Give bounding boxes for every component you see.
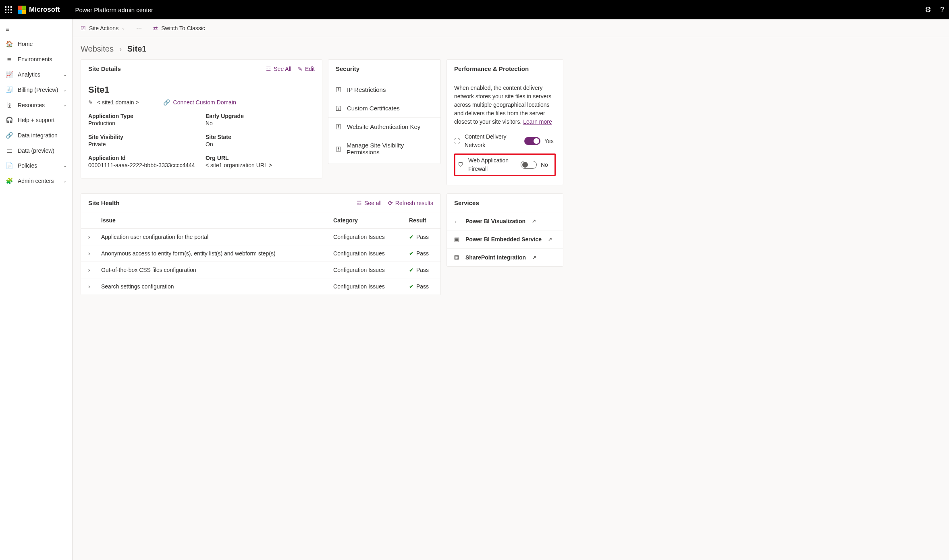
breadcrumb-root[interactable]: Websites [81, 44, 114, 53]
see-all-link[interactable]: ☲See All [266, 66, 291, 72]
nav-item-help-support[interactable]: 🎧Help + support [0, 112, 72, 128]
nav-item-policies[interactable]: 📄Policies⌄ [0, 158, 72, 173]
site-name: Site1 [88, 85, 315, 95]
issue-cell: Application user configuration for the p… [97, 229, 329, 245]
nav-label: Analytics [18, 71, 40, 78]
result-cell: ✔Pass [405, 229, 440, 245]
service-item[interactable]: ▣Power BI Embedded Service↗ [447, 230, 563, 249]
link-icon: 🔗 [163, 99, 170, 106]
category-cell: Configuration Issues [329, 245, 405, 262]
key-icon: ⚿ [336, 145, 342, 152]
connect-custom-domain-link[interactable]: 🔗 Connect Custom Domain [163, 99, 236, 106]
nav-label: Environments [18, 56, 52, 62]
nav-item-billing-preview-[interactable]: 🧾Billing (Preview)⌄ [0, 82, 72, 97]
edit-link[interactable]: ✎Edit [298, 66, 315, 72]
service-label: Power BI Embedded Service [465, 236, 542, 243]
services-card: Services ⬪Power BI Visualization↗▣Power … [446, 193, 563, 267]
switch-classic-label: Switch To Classic [161, 25, 205, 31]
security-item[interactable]: ⚿Website Authentication Key [328, 118, 440, 136]
app-launcher-icon[interactable] [5, 6, 12, 13]
application-type-label: Application Type [88, 113, 197, 119]
left-nav: ≡ 🏠Home≣Environments📈Analytics⌄🧾Billing … [0, 19, 73, 560]
nav-label: Data (preview) [18, 147, 54, 154]
col-issue: Issue [97, 212, 329, 229]
nav-label: Billing (Preview) [18, 87, 58, 93]
nav-item-data-integration[interactable]: 🔗Data integration [0, 128, 72, 143]
key-icon: ⚿ [336, 123, 342, 130]
nav-icon: ≣ [6, 56, 13, 63]
nav-label: Help + support [18, 117, 54, 123]
service-item[interactable]: ⬪Power BI Visualization↗ [447, 212, 563, 230]
top-bar: Microsoft Power Platform admin center ⚙ … [0, 0, 949, 19]
site-health-table: Issue Category Result ›Application user … [81, 212, 440, 295]
learn-more-link[interactable]: Learn more [523, 118, 552, 125]
refresh-results-link[interactable]: ⟳Refresh results [388, 200, 433, 206]
application-type-value: Production [88, 120, 197, 127]
expand-row-icon[interactable]: › [81, 245, 97, 262]
nav-label: Home [18, 41, 33, 47]
nav-item-analytics[interactable]: 📈Analytics⌄ [0, 67, 72, 82]
more-actions-button[interactable]: ⋯ [136, 25, 142, 31]
security-item[interactable]: ⚿IP Restrictions [328, 81, 440, 99]
chevron-right-icon: › [119, 44, 122, 53]
security-item[interactable]: ⚿Custom Certificates [328, 99, 440, 118]
switch-to-classic-button[interactable]: ⇄ Switch To Classic [153, 25, 205, 31]
security-title: Security [336, 65, 359, 72]
chevron-down-icon: ⌄ [63, 73, 66, 77]
nav-icon: 🗄 [6, 102, 13, 108]
site-actions-label: Site Actions [89, 25, 118, 31]
help-icon[interactable]: ? [940, 6, 944, 14]
site-visibility-label: Site Visibility [88, 134, 197, 140]
list-icon: ☲ [357, 200, 362, 206]
site-health-card: Site Health ☲See all ⟳Refresh results Is… [81, 193, 441, 295]
nav-item-environments[interactable]: ≣Environments [0, 52, 72, 67]
nav-icon: 🏠 [6, 40, 13, 48]
chevron-down-icon: ⌄ [63, 179, 66, 183]
checkmark-icon: ✔ [409, 250, 414, 257]
pencil-icon: ✎ [298, 66, 303, 72]
result-cell: ✔Pass [405, 278, 440, 295]
microsoft-logo: Microsoft [18, 6, 60, 14]
health-see-all-link[interactable]: ☲See all [357, 200, 382, 206]
waf-label: Web Application Firewall [468, 156, 517, 173]
nav-item-home[interactable]: 🏠Home [0, 36, 72, 52]
checkmark-icon: ✔ [409, 234, 414, 240]
waf-toggle[interactable] [521, 161, 537, 169]
performance-title: Performance & Protection [454, 65, 529, 72]
table-row: ›Anonymous access to entity form(s), ent… [81, 245, 440, 262]
cdn-row: ⛶ Content Delivery Network Yes [454, 133, 556, 149]
waf-state: No [541, 161, 552, 169]
security-item[interactable]: ⚿Manage Site Visibility Permissions [328, 136, 440, 161]
nav-label: Policies [18, 162, 37, 169]
service-label: Power BI Visualization [465, 218, 525, 224]
nav-label: Resources [18, 102, 45, 108]
issue-cell: Search settings configuration [97, 278, 329, 295]
pencil-icon[interactable]: ✎ [88, 99, 93, 106]
app-title: Power Platform admin center [75, 6, 153, 13]
expand-row-icon[interactable]: › [81, 262, 97, 278]
chevron-down-icon: ⌄ [63, 103, 66, 107]
hamburger-icon[interactable]: ≡ [0, 23, 72, 36]
service-item[interactable]: ⛋SharePoint Integration↗ [447, 249, 563, 266]
nav-icon: 🔗 [6, 132, 13, 139]
performance-card: Performance & Protection When enabled, t… [446, 59, 563, 185]
security-item-label: Website Authentication Key [347, 123, 420, 130]
expand-row-icon[interactable]: › [81, 278, 97, 295]
key-icon: ⚿ [336, 105, 342, 112]
security-card: Security ⚿IP Restrictions⚿Custom Certifi… [328, 59, 441, 164]
services-title: Services [454, 199, 479, 206]
expand-row-icon[interactable]: › [81, 229, 97, 245]
site-state-label: Site State [206, 134, 315, 140]
nav-item-resources[interactable]: 🗄Resources⌄ [0, 97, 72, 112]
company-name: Microsoft [29, 6, 60, 14]
key-icon: ⚿ [336, 86, 342, 93]
site-actions-menu[interactable]: ☑ Site Actions ⌄ [81, 25, 125, 31]
gear-icon[interactable]: ⚙ [925, 5, 931, 14]
nav-item-data-preview-[interactable]: 🗃Data (preview) [0, 143, 72, 158]
open-external-icon: ↗ [548, 236, 552, 242]
cdn-toggle[interactable] [524, 137, 540, 145]
category-cell: Configuration Issues [329, 278, 405, 295]
site-state-value: On [206, 141, 315, 147]
service-icon: ▣ [454, 236, 461, 243]
nav-item-admin-centers[interactable]: 🧩Admin centers⌄ [0, 173, 72, 189]
